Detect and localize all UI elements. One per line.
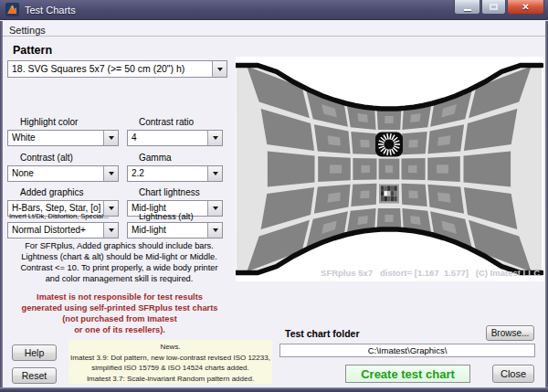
maximize-icon [490,4,498,10]
minimize-icon [464,9,471,11]
chevron-down-icon [207,223,222,238]
minimize-button[interactable] [454,0,480,15]
browse-button[interactable]: Browse... [486,325,534,341]
lightness-alt-label: Lightness (alt) [139,211,194,221]
chart-preview: SFRplus 5x7 distort= [1.167 1.577] (C) I… [236,57,543,281]
chevron-down-icon [103,131,118,145]
contrast-alt-select[interactable]: None [7,165,119,182]
chevron-down-icon [212,61,227,77]
invert-distortion-select[interactable]: Normal Distorted+ [7,222,119,238]
chevron-down-icon [103,166,118,181]
folder-path-field[interactable]: C:\Imatest\Graphics\ [279,344,535,357]
window-border-bottom [0,387,548,392]
create-test-chart-button[interactable]: Create test chart [345,365,470,383]
svg-text:SFRplus 5x7 distort= [1.167: SFRplus 5x7 distort= [1.167 1.577] (C) I… [321,268,540,278]
test-charts-window: Test Charts ✕ Settings Pattern 18. SVG S… [0,0,548,392]
window-border-left [0,21,3,392]
close-icon: ✕ [522,2,529,12]
invert-distortion-value: Normal Distorted+ [12,223,102,238]
added-graphics-label: Added graphics [20,187,84,197]
lightness-alt-select[interactable]: Mid-light [127,222,223,238]
close-button[interactable]: Close [492,365,534,383]
contrast-ratio-select[interactable]: 4 [127,130,223,146]
reset-button[interactable]: Reset [12,367,57,384]
lightness-alt-value: Mid-light [132,223,206,238]
gamma-select[interactable]: 2.2 [127,165,223,182]
contrast-alt-value: None [12,166,102,181]
chart-lightness-label: Chart lightness [139,187,200,197]
sfrplus-note: For SFRplus, Added graphics should inclu… [5,240,234,284]
news-box: News. Imatest 3.9: Dot pattern, new low-… [68,340,272,384]
highlight-color-value: White [12,131,102,145]
menubar: Settings [3,21,545,37]
pattern-select[interactable]: 18. SVG Squares 5x7 (>= 50 cm (20") h) [7,60,227,78]
close-window-button[interactable]: ✕ [507,0,544,15]
window-title: Test Charts [25,5,76,16]
gamma-label: Gamma [139,153,172,163]
pattern-value: 18. SVG Squares 5x7 (>= 50 cm (20") h) [12,61,211,77]
contrast-ratio-label: Contrast ratio [139,117,194,127]
invert-distortion-label: Invert Lt/Dk, Distortion, Special... [9,212,109,220]
chevron-down-icon [103,223,118,238]
gamma-value: 2.2 [132,166,206,181]
chevron-down-icon [207,201,222,216]
menu-settings[interactable]: Settings [3,23,52,36]
titlebar: Test Charts ✕ [0,0,548,20]
pattern-heading: Pattern [13,44,52,57]
chevron-down-icon [207,166,222,181]
chevron-down-icon [207,131,222,145]
contrast-alt-label: Contrast (alt) [20,153,73,163]
highlight-color-select[interactable]: White [7,130,119,146]
sfrplus-chart-image: SFRplus 5x7 distort= [1.167 1.577] (C) I… [236,57,543,281]
highlight-color-label: Highlight color [20,117,78,127]
contrast-ratio-value: 4 [132,131,206,145]
maximize-button[interactable] [481,0,506,15]
help-button[interactable]: Help [12,344,57,361]
matlab-app-icon [5,3,19,16]
test-chart-folder-label: Test chart folder [285,328,360,339]
warning-text: Imatest is not responsible for test resu… [5,291,235,335]
